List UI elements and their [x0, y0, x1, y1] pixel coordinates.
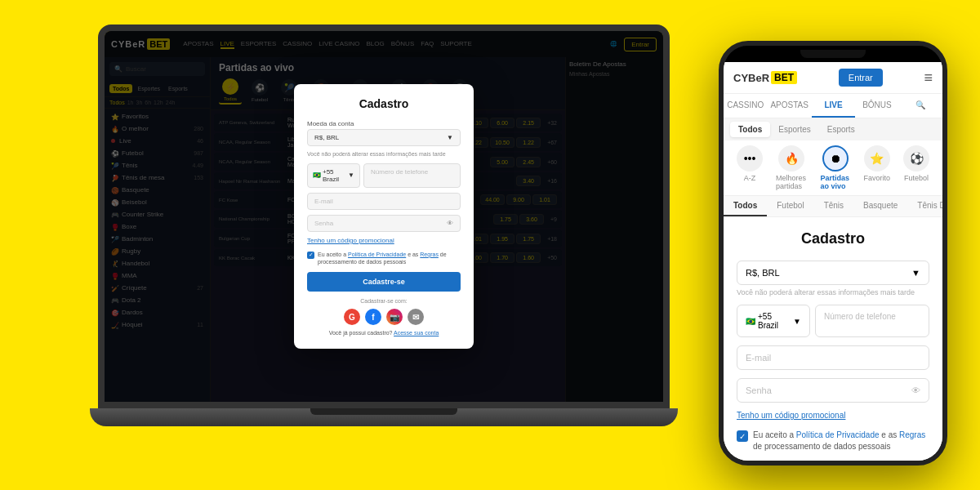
- phone-privacy-link[interactable]: Política de Privacidade: [796, 430, 880, 439]
- phone-live-icon-soccer[interactable]: ⚽ Futebol: [897, 145, 936, 190]
- phone-password-input[interactable]: Senha 👁: [737, 378, 929, 403]
- phone-tab-search[interactable]: 🔍: [899, 94, 942, 118]
- modal-title: Cadastro: [307, 97, 461, 110]
- phone-chevron: ▼: [348, 172, 354, 179]
- phone-sport-tab-todos[interactable]: Todos: [730, 122, 770, 137]
- phone-email-input[interactable]: E-mail: [737, 345, 929, 370]
- phone-code-chevron: ▼: [793, 317, 801, 326]
- phone-plus-code: +55 Brazil: [758, 312, 791, 330]
- phone-match-tab-futebol[interactable]: Futebol: [767, 196, 813, 216]
- phone-modal-title: Cadastro: [737, 230, 929, 247]
- phone-flag: 🇧🇷: [746, 317, 755, 326]
- phone-row: 🇧🇷 +55 Brazil ▼ Número de telefone: [307, 163, 461, 188]
- phone-live-icons: ••• A-Z 🔥 Melhores partidas ⏺ Partidas a…: [724, 140, 942, 196]
- phone-input[interactable]: Número de telefone: [363, 163, 461, 188]
- phone-promo-link[interactable]: Tenho um código promocional: [737, 411, 929, 420]
- promo-link[interactable]: Tenho um código promocional: [307, 237, 461, 244]
- phone-match-tab-todos[interactable]: Todos: [724, 196, 767, 216]
- facebook-social-btn[interactable]: f: [365, 309, 381, 325]
- phone-top-bar: CYBeR BET Entrar ≡: [724, 62, 942, 94]
- currency-hint: Você não poderá alterar essas informaçõe…: [307, 151, 461, 157]
- email-social-btn[interactable]: ✉: [408, 309, 424, 325]
- phone-eye-icon: 👁: [911, 385, 920, 395]
- phone-screen: CYBeR BET Entrar ≡ CASSINO APOSTAS LIVE …: [724, 62, 942, 461]
- phone-number-input[interactable]: Número de telefone: [815, 305, 929, 337]
- phone-match-tab-basquete[interactable]: Basquete: [853, 196, 907, 216]
- phone-sport-tab-esportes[interactable]: Esportes: [770, 122, 818, 137]
- cadastro-modal: Cadastro Moeda da conta R$, BRL ▼ Você n…: [294, 84, 474, 349]
- phone-modal: Cadastro R$, BRL ▼ Você não poderá alter…: [724, 217, 942, 461]
- social-label: Cadastrar-se com:: [307, 298, 461, 304]
- password-input[interactable]: Senha 👁: [307, 215, 461, 232]
- phone-tab-bonus[interactable]: BÔNUS: [855, 94, 898, 118]
- phone-code[interactable]: 🇧🇷 +55 Brazil ▼: [307, 163, 360, 188]
- laptop: CYBeR BET APOSTAS LIVE ESPORTES CASSINO …: [98, 24, 670, 449]
- phone-currency-chevron: ▼: [911, 268, 920, 278]
- phone-live-icon-az[interactable]: ••• A-Z: [730, 145, 769, 190]
- phone-live-icon-best[interactable]: 🔥 Melhores partidas: [769, 145, 813, 190]
- google-social-btn[interactable]: G: [344, 309, 360, 325]
- phone-currency-hint: Você não poderá alterar essas informaçõe…: [737, 288, 929, 296]
- phone-code-select[interactable]: 🇧🇷 +55 Brazil ▼: [737, 305, 810, 337]
- best-label: Melhores partidas: [776, 174, 807, 190]
- email-placeholder: E-mail: [314, 198, 333, 205]
- register-button[interactable]: Cadastre-se: [307, 272, 461, 292]
- social-row: G f 📷 ✉: [307, 309, 461, 325]
- phone-sport-tabs: Todos Esportes Esports: [724, 118, 942, 140]
- phone-match-tab-tenis-mesa[interactable]: Tênis De Mesa: [907, 196, 942, 216]
- phone-tab-live[interactable]: LIVE: [812, 94, 855, 118]
- flag-br: 🇧🇷: [313, 172, 321, 179]
- notch-bar: [800, 50, 866, 58]
- phone-password-placeholder: Senha: [746, 385, 772, 395]
- phone-live-icon-fav[interactable]: ⭐ Favorito: [857, 145, 897, 190]
- currency-chevron: ▼: [447, 134, 453, 141]
- fav-label: Favorito: [863, 174, 890, 182]
- phone-match-tabs: Todos Futebol Tênis Basquete Tênis De Me…: [724, 196, 942, 217]
- phone-tab-apostas[interactable]: APOSTAS: [767, 94, 812, 118]
- phone-terms-text: Eu aceito a Política de Privacidade e as…: [753, 430, 929, 452]
- phone-logo: CYBeR BET: [733, 71, 797, 84]
- phone-entrar-button[interactable]: Entrar: [839, 69, 883, 87]
- modal-overlay: Cadastro Moeda da conta R$, BRL ▼ Você n…: [105, 31, 663, 402]
- currency-label: Moeda da conta: [307, 120, 461, 127]
- login-link-area: Você já possui cadastro? Acesse sua cont…: [307, 330, 461, 336]
- phone-sport-tab-esports[interactable]: Esports: [819, 122, 863, 137]
- privacy-link[interactable]: Política de Privacidade: [348, 252, 406, 257]
- phone-live-icon-live[interactable]: ⏺ Partidas ao vivo: [813, 145, 857, 190]
- phone-notch: [724, 46, 942, 62]
- laptop-base: [90, 408, 678, 426]
- phone-nav-tabs: CASSINO APOSTAS LIVE BÔNUS 🔍: [724, 94, 942, 118]
- phone-logo-cyber: CYBeR: [733, 72, 769, 84]
- phone-number-placeholder: Número de telefone: [824, 312, 896, 321]
- phone-phone-row: 🇧🇷 +55 Brazil ▼ Número de telefone: [737, 305, 929, 337]
- terms-text: Eu aceito a Política de Privacidade e as…: [318, 251, 461, 265]
- phone-email-placeholder: E-mail: [746, 353, 771, 363]
- phone-menu-icon[interactable]: ≡: [924, 69, 933, 87]
- login-link[interactable]: Acesse sua conta: [394, 330, 439, 336]
- fav-icon: ⭐: [864, 145, 890, 172]
- currency-select[interactable]: R$, BRL ▼: [307, 129, 461, 146]
- phone-logo-bet: BET: [771, 71, 797, 84]
- phone-currency-value: R$, BRL: [746, 268, 780, 278]
- phone-currency-select[interactable]: R$, BRL ▼: [737, 261, 929, 285]
- instagram-social-btn[interactable]: 📷: [386, 309, 403, 325]
- phone-terms-checkbox[interactable]: ✓: [737, 430, 748, 442]
- login-pre-text: Você já possui cadastro?: [329, 330, 394, 336]
- laptop-screen: CYBeR BET APOSTAS LIVE ESPORTES CASSINO …: [98, 24, 670, 408]
- best-icon: 🔥: [778, 145, 804, 172]
- email-input[interactable]: E-mail: [307, 193, 461, 210]
- live-icon: ⏺: [822, 145, 849, 172]
- screen-content: CYBeR BET APOSTAS LIVE ESPORTES CASSINO …: [105, 31, 663, 402]
- currency-value: R$, BRL: [314, 134, 339, 141]
- phone-check-row: ✓ Eu aceito a Política de Privacidade e …: [737, 430, 929, 452]
- phone-tab-cassino[interactable]: CASSINO: [724, 94, 767, 118]
- phone-rules-link[interactable]: Regras: [899, 430, 925, 439]
- phone: CYBeR BET Entrar ≡ CASSINO APOSTAS LIVE …: [719, 41, 947, 466]
- eye-icon: 👁: [447, 220, 453, 227]
- password-placeholder: Senha: [314, 220, 333, 227]
- soccer-label: Futebol: [904, 174, 929, 182]
- terms-checkbox[interactable]: ✓: [307, 252, 314, 259]
- phone-match-tab-tenis[interactable]: Tênis: [814, 196, 853, 216]
- phone-placeholder: Número de telefone: [371, 168, 428, 176]
- rules-link[interactable]: Regras: [420, 252, 439, 257]
